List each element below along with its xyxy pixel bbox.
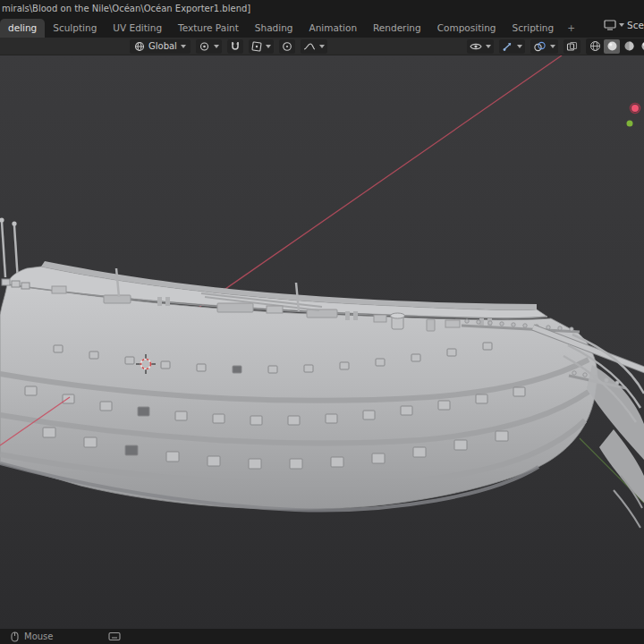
chevron-down-icon [517, 45, 522, 48]
chevron-down-icon [319, 45, 325, 48]
stern-lantern [0, 217, 4, 222]
snap-target-dropdown[interactable] [249, 39, 274, 54]
scene-selector-label: Sce [627, 20, 644, 30]
proportional-edit-icon [282, 41, 292, 52]
chevron-down-icon [266, 45, 271, 48]
viewport-header: Global [0, 38, 644, 55]
shading-material-button[interactable] [621, 39, 637, 54]
gizmo-arrow-icon [502, 41, 513, 52]
navigation-gizmo[interactable] [627, 104, 640, 127]
stern-posts [2, 222, 18, 281]
eye-icon [470, 41, 482, 52]
xray-icon [566, 41, 578, 52]
tab-sculpting[interactable]: Sculpting [45, 19, 105, 38]
transform-orientation-dropdown[interactable]: Global [130, 39, 191, 54]
shading-mode-group [586, 38, 644, 55]
orientation-globe-icon [134, 41, 145, 52]
overlays-dropdown[interactable] [530, 39, 558, 54]
tab-animation[interactable]: Animation [301, 19, 366, 38]
wireframe-sphere-icon [589, 40, 601, 52]
tab-scripting[interactable]: Scripting [504, 19, 563, 38]
shading-solid-button[interactable] [604, 39, 620, 54]
scene-icon [604, 20, 616, 30]
keyboard-icon [108, 631, 121, 641]
orientation-label: Global [148, 41, 177, 51]
gizmo-axis-x[interactable] [631, 105, 639, 112]
tab-rendering[interactable]: Rendering [365, 19, 429, 38]
xray-toggle-button[interactable] [564, 39, 580, 54]
shading-wireframe-button[interactable] [587, 39, 603, 54]
pivot-point-dropdown[interactable] [196, 39, 222, 54]
chevron-down-icon [619, 23, 624, 27]
chevron-down-icon [550, 45, 555, 48]
tab-uv-editing[interactable]: UV Editing [105, 19, 170, 38]
tab-modeling[interactable]: deling [0, 19, 45, 38]
chevron-down-icon [486, 45, 491, 48]
tab-shading[interactable]: Shading [247, 19, 301, 38]
material-sphere-icon [623, 40, 635, 52]
chevron-down-icon [181, 45, 186, 48]
workspace-tabbar: deling Sculpting UV Editing Texture Pain… [0, 17, 644, 38]
shading-rendered-button[interactable] [638, 39, 644, 54]
solid-sphere-icon [606, 40, 618, 52]
overlays-icon [533, 41, 547, 52]
object-visibility-dropdown[interactable] [467, 39, 494, 54]
chevron-down-icon [214, 45, 219, 48]
snap-toggle-button[interactable] [227, 39, 243, 54]
show-gizmo-dropdown[interactable] [499, 39, 525, 54]
3d-viewport[interactable] [0, 55, 644, 629]
window-title: mirals\Blood on the Nile\Océan\Océan Exp… [0, 0, 644, 17]
proportional-edit-toggle[interactable] [279, 39, 295, 54]
scene-selector[interactable]: Sce [604, 20, 644, 30]
snap-target-icon [251, 41, 262, 52]
status-hint-label: Mouse [24, 631, 53, 641]
tab-texture-paint[interactable]: Texture Paint [170, 19, 247, 38]
ship-model[interactable] [0, 217, 644, 528]
mouse-icon [11, 631, 19, 642]
stern-lantern [12, 221, 16, 225]
tab-add-workspace[interactable]: + [562, 19, 580, 38]
magnet-icon [230, 41, 241, 52]
gizmo-axis-y[interactable] [627, 121, 633, 127]
status-bar: Mouse [0, 629, 644, 644]
falloff-curve-icon [303, 41, 316, 52]
pivot-point-icon [199, 41, 210, 52]
rendered-sphere-icon [640, 40, 644, 52]
tab-compositing[interactable]: Compositing [429, 19, 504, 38]
proportional-falloff-dropdown[interactable] [301, 39, 327, 54]
